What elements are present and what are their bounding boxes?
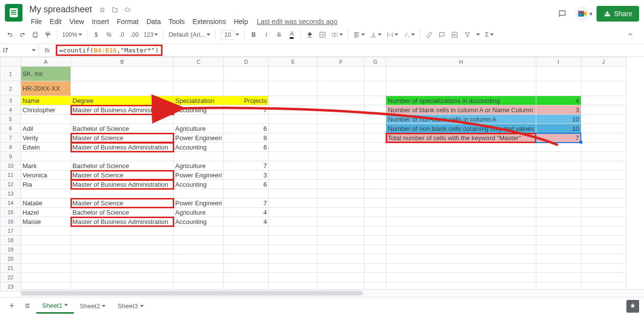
- cell-H8[interactable]: [386, 143, 536, 152]
- insert-chart-button[interactable]: [449, 28, 460, 41]
- formula-input[interactable]: =countif(B4:B16,"Master*"): [56, 45, 644, 56]
- col-header-B[interactable]: B: [71, 57, 174, 67]
- cell-G19[interactable]: [365, 245, 386, 254]
- row-header-14[interactable]: 14: [0, 198, 21, 208]
- cell-J8[interactable]: [581, 143, 626, 152]
- cell-A16[interactable]: Maisie: [21, 217, 71, 226]
- text-rotation-dropdown[interactable]: [401, 31, 417, 38]
- cell-F11[interactable]: [318, 171, 365, 180]
- row-header-5[interactable]: 5: [0, 115, 21, 124]
- cell-J10[interactable]: [581, 161, 626, 171]
- cell-J7[interactable]: [581, 133, 626, 143]
- row-header-3[interactable]: 3: [0, 96, 21, 105]
- cell-A15[interactable]: Hazel: [21, 208, 71, 217]
- cell-C14[interactable]: Power Engineeri: [174, 198, 224, 208]
- cell-I5[interactable]: 10: [536, 115, 581, 124]
- col-header-I[interactable]: I: [536, 57, 581, 67]
- cell-H2[interactable]: [386, 81, 536, 96]
- menu-view[interactable]: View: [66, 16, 88, 27]
- menu-file[interactable]: File: [27, 16, 46, 27]
- cell-A1[interactable]: SK. Inc: [21, 67, 71, 81]
- filter-button[interactable]: [461, 28, 473, 41]
- strikethrough-button[interactable]: S: [273, 28, 285, 41]
- cell-G15[interactable]: [365, 208, 386, 217]
- cell-I14[interactable]: [536, 198, 581, 208]
- cell-B3[interactable]: Degree: [71, 96, 174, 105]
- cell-C4[interactable]: Accounting: [174, 105, 224, 115]
- cell-J16[interactable]: [581, 217, 626, 226]
- cell-B14[interactable]: Master of Science: [71, 198, 174, 208]
- vertical-align-dropdown[interactable]: [368, 31, 384, 38]
- sheets-logo[interactable]: [5, 4, 23, 22]
- cell-B21[interactable]: [71, 264, 174, 273]
- row-header-12[interactable]: 12: [0, 180, 21, 189]
- merge-cells-dropdown[interactable]: [329, 31, 345, 38]
- borders-button[interactable]: [317, 28, 328, 41]
- cell-G13[interactable]: [365, 189, 386, 198]
- cell-C5[interactable]: [174, 115, 224, 124]
- cell-H22[interactable]: [386, 273, 536, 282]
- doc-title[interactable]: My spreadsheet: [27, 4, 94, 15]
- sheet-tab-2[interactable]: Sheet3: [112, 299, 149, 314]
- cell-F4[interactable]: [318, 105, 365, 115]
- cell-H18[interactable]: [386, 236, 536, 245]
- cell-F7[interactable]: [318, 133, 365, 143]
- row-header-22[interactable]: 22: [0, 273, 21, 282]
- row-header-21[interactable]: 21: [0, 264, 21, 273]
- menu-insert[interactable]: Insert: [89, 16, 113, 27]
- cell-A3[interactable]: Name: [21, 96, 71, 105]
- cell-G9[interactable]: [365, 152, 386, 161]
- row-header-19[interactable]: 19: [0, 245, 21, 254]
- cell-F17[interactable]: [318, 226, 365, 236]
- cell-G6[interactable]: [365, 124, 386, 133]
- cell-C16[interactable]: Accounting: [174, 217, 224, 226]
- cell-G4[interactable]: [365, 105, 386, 115]
- select-all-corner[interactable]: [0, 57, 21, 67]
- cell-A8[interactable]: Edwin: [21, 143, 71, 152]
- cell-I7[interactable]: 7: [536, 133, 581, 143]
- col-header-C[interactable]: C: [174, 57, 224, 67]
- cell-B8[interactable]: Master of Business Administration: [71, 143, 174, 152]
- cell-G2[interactable]: [365, 81, 386, 96]
- bold-button[interactable]: B: [248, 28, 259, 41]
- cell-G21[interactable]: [365, 264, 386, 273]
- cell-A20[interactable]: [21, 254, 71, 264]
- insert-comment-button[interactable]: [436, 28, 448, 41]
- menu-format[interactable]: Format: [114, 16, 142, 27]
- cell-I13[interactable]: [536, 189, 581, 198]
- cell-J4[interactable]: [581, 105, 626, 115]
- spreadsheet-grid[interactable]: A B C D E F G H I J 1SK. Inc2HR-20XX-XX3…: [0, 57, 626, 292]
- cell-C22[interactable]: [174, 273, 224, 282]
- cell-G17[interactable]: [365, 226, 386, 236]
- cell-I21[interactable]: [536, 264, 581, 273]
- col-header-H[interactable]: H: [386, 57, 536, 67]
- cell-C21[interactable]: [174, 264, 224, 273]
- cell-B20[interactable]: [71, 254, 174, 264]
- row-header-4[interactable]: 4: [0, 105, 21, 115]
- cell-C1[interactable]: [174, 67, 224, 81]
- undo-button[interactable]: [4, 28, 16, 41]
- cell-H15[interactable]: [386, 208, 536, 217]
- cell-G14[interactable]: [365, 198, 386, 208]
- cell-A9[interactable]: [21, 152, 71, 161]
- row-header-1[interactable]: 1: [0, 67, 21, 81]
- col-header-G[interactable]: G: [365, 57, 386, 67]
- cell-D14[interactable]: 7: [224, 198, 269, 208]
- star-icon[interactable]: [98, 5, 107, 14]
- cell-I8[interactable]: [536, 143, 581, 152]
- cell-A13[interactable]: [21, 189, 71, 198]
- cell-I9[interactable]: [536, 152, 581, 161]
- cell-E4[interactable]: [269, 105, 318, 115]
- cell-A21[interactable]: [21, 264, 71, 273]
- more-formats-dropdown[interactable]: 123: [141, 31, 160, 38]
- cell-D11[interactable]: 3: [224, 171, 269, 180]
- cell-F18[interactable]: [318, 236, 365, 245]
- cell-I20[interactable]: [536, 254, 581, 264]
- cell-B22[interactable]: [71, 273, 174, 282]
- cell-B15[interactable]: Bachelor of Science: [71, 208, 174, 217]
- cell-C12[interactable]: Accounting: [174, 180, 224, 189]
- cell-F6[interactable]: [318, 124, 365, 133]
- cell-I10[interactable]: [536, 161, 581, 171]
- row-header-10[interactable]: 10: [0, 161, 21, 171]
- cell-H4[interactable]: Number of blank cells in column A or Nam…: [386, 105, 536, 115]
